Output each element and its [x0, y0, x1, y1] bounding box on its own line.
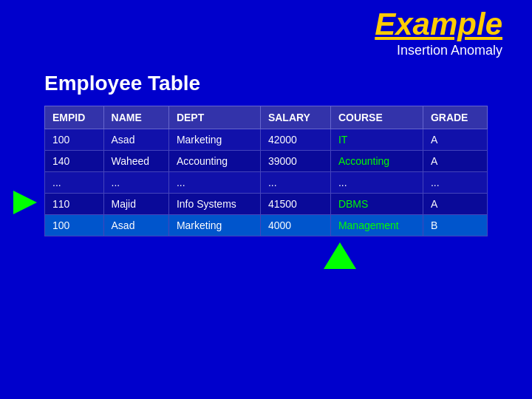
cell-empid: ...: [45, 172, 104, 194]
table-row: 100 Asad Marketing 42000 IT A: [45, 129, 488, 151]
cell-grade: A: [423, 151, 487, 172]
cell-name: Asad: [103, 129, 168, 151]
cell-empid: 110: [45, 194, 104, 215]
cell-dept: Marketing: [168, 215, 260, 236]
col-empid: EMPID: [45, 106, 104, 129]
main-title: Example: [0, 7, 502, 41]
employee-section: Employee Table EMPID NAME DEPT SALARY CO…: [0, 72, 532, 269]
cell-dept: ...: [168, 172, 260, 194]
col-course: COURSE: [330, 106, 423, 129]
cell-empid: 100: [45, 215, 104, 236]
cell-grade: B: [423, 215, 487, 236]
cell-grade: A: [423, 129, 487, 151]
cell-name: ...: [103, 172, 168, 194]
cell-course: ...: [330, 172, 423, 194]
table-row: ... ... ... ... ... ...: [45, 172, 488, 194]
cell-grade: ...: [423, 172, 487, 194]
cell-course: Management: [330, 215, 423, 236]
table-row: 140 Waheed Accounting 39000 Accounting A: [45, 151, 488, 172]
col-grade: GRADE: [423, 106, 487, 129]
page-container: Example Insertion Anomaly Employee Table…: [0, 0, 532, 399]
cell-name: Waheed: [103, 151, 168, 172]
cell-course: DBMS: [330, 194, 423, 215]
cell-name: Asad: [103, 215, 168, 236]
col-salary: SALARY: [260, 106, 330, 129]
subtitle: Insertion Anomaly: [0, 43, 502, 58]
col-dept: DEPT: [168, 106, 260, 129]
cell-dept: Marketing: [168, 129, 260, 151]
section-title: Employee Table: [44, 72, 488, 95]
cell-salary: 39000: [260, 151, 330, 172]
cell-course: Accounting: [330, 151, 423, 172]
title-section: Example Insertion Anomaly: [0, 0, 532, 58]
left-arrow-indicator: [13, 191, 37, 214]
table-row: 110 Majid Info Systems 41500 DBMS A: [45, 194, 488, 215]
up-arrow-icon: [324, 242, 356, 269]
cell-grade: A: [423, 194, 487, 215]
cell-salary: 42000: [260, 129, 330, 151]
col-name: NAME: [103, 106, 168, 129]
employee-table: EMPID NAME DEPT SALARY COURSE GRADE 100 …: [44, 106, 488, 236]
cell-empid: 140: [45, 151, 104, 172]
cell-dept: Accounting: [168, 151, 260, 172]
cell-empid: 100: [45, 129, 104, 151]
left-arrow-icon: [13, 191, 37, 214]
up-arrow-container: [44, 242, 488, 269]
cell-salary: 4000: [260, 215, 330, 236]
cell-salary: 41500: [260, 194, 330, 215]
cell-dept: Info Systems: [168, 194, 260, 215]
table-row: 100 Asad Marketing 4000 Management B: [45, 215, 488, 236]
cell-salary: ...: [260, 172, 330, 194]
table-wrapper: EMPID NAME DEPT SALARY COURSE GRADE 100 …: [44, 106, 488, 236]
cell-name: Majid: [103, 194, 168, 215]
cell-course: IT: [330, 129, 423, 151]
table-header-row: EMPID NAME DEPT SALARY COURSE GRADE: [45, 106, 488, 129]
